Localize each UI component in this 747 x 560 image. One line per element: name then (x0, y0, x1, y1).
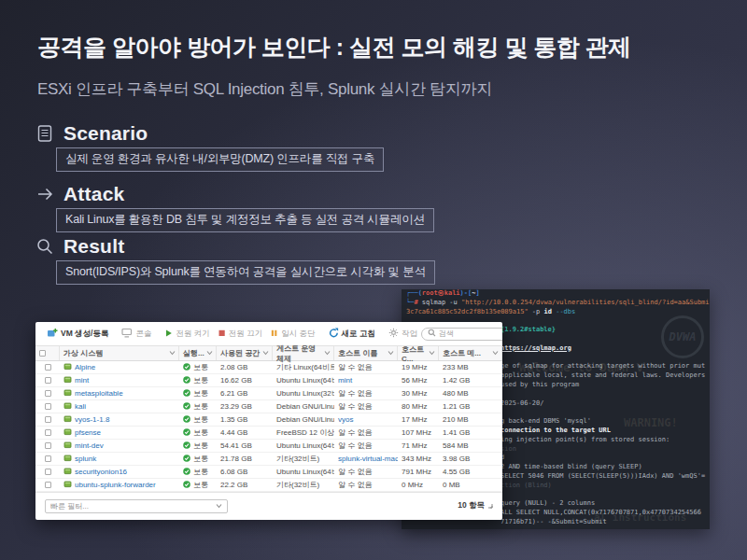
host-mem: 1.42 GB (439, 374, 502, 386)
row-checkbox[interactable] (45, 482, 51, 488)
vm-name-link[interactable]: vyos-1-1.8 (75, 415, 109, 424)
host-cpu: 30 MHz (398, 387, 439, 399)
host-mem: 4.55 GB (439, 466, 502, 478)
toolbar-power-off-button[interactable]: 전원 끄기 (218, 329, 262, 340)
host-name-link[interactable]: vyos (334, 413, 398, 426)
status-ok-icon (183, 376, 190, 385)
chevron-down-icon (429, 349, 435, 357)
vm-table-body: Alpine보통2.08 GB기타 Linux(64비트)알 수 없음19 MH… (35, 361, 502, 492)
host-name: 알 수 없음 (334, 387, 398, 399)
column-header-4[interactable]: 호스트 이름 (334, 346, 398, 360)
toolbar-refresh-button[interactable]: 새로 고침 (329, 328, 375, 340)
vm-icon (63, 441, 72, 451)
header-select-all[interactable] (35, 346, 60, 360)
guest-os: Ubuntu Linux(32비... (273, 387, 334, 399)
quick-filter-dropdown[interactable]: 빠른 필터... (45, 499, 228, 513)
vm-toolbar: VM 생성/등록콘솔전원 켜기전원 끄기일시 중단새로 고침작업 (35, 322, 502, 345)
vm-name-link[interactable]: metasploitable (75, 389, 123, 398)
vm-table-row[interactable]: mint-dev보통54.41 GBUbuntu Linux(64비...알 수… (35, 440, 502, 453)
terminal-line: 3c7ca61c885c52dc2f8b135e089a15" -p id --… (402, 308, 710, 317)
vm-name-link[interactable]: mint (75, 376, 89, 385)
item-count: 10 항목 (458, 500, 493, 511)
host-name-link[interactable]: mint (334, 374, 398, 386)
toolbar-suspend-button[interactable]: 일시 중단 (270, 329, 315, 340)
used-space: 54.41 GB (217, 440, 273, 452)
status-ok-icon (183, 389, 190, 399)
terminal-line: ┌──(root㉿kali)-[~] (402, 289, 710, 299)
column-header-5[interactable]: 호스트 C... (398, 346, 439, 360)
power-on-icon (164, 329, 173, 340)
used-space: 2.08 GB (217, 361, 273, 373)
vm-search-input[interactable] (439, 329, 502, 338)
toolbar-console-button[interactable]: 콘솔 (121, 328, 151, 340)
chevron-down-icon (216, 502, 222, 511)
vm-name-link[interactable]: splunk (75, 455, 96, 463)
vm-table-row[interactable]: ubuntu-splunk-forwarder보통22.2 GB기타(32비트)… (35, 479, 502, 492)
toolbar-vm-add-button[interactable]: VM 생성/등록 (47, 328, 108, 340)
vm-table-row[interactable]: Alpine보통2.08 GB기타 Linux(64비트)알 수 없음19 MH… (35, 361, 502, 374)
row-checkbox[interactable] (45, 403, 51, 410)
vm-name-link[interactable]: ubuntu-splunk-forwarder (75, 481, 156, 489)
section-heading: Scenario (63, 122, 148, 145)
vm-icon (63, 454, 72, 464)
host-cpu: 19 MHz (398, 361, 439, 373)
vm-icon (63, 414, 72, 425)
vm-name-link[interactable]: securityonion16 (75, 468, 127, 476)
toolbar-label: VM 생성/등록 (61, 329, 108, 340)
column-header-1[interactable]: 실행... (179, 346, 217, 360)
vm-icon (63, 467, 72, 477)
column-label: 호스트 C... (402, 344, 429, 363)
row-checkbox[interactable] (45, 455, 51, 462)
row-checkbox[interactable] (45, 429, 51, 436)
guest-os: Ubuntu Linux(64비... (273, 466, 334, 478)
host-cpu: 71 MHz (398, 440, 439, 452)
toolbar-label: 전원 켜기 (176, 329, 209, 340)
used-space: 1.35 GB (217, 413, 273, 426)
vm-table-row[interactable]: vyos-1-1.8보통1.35 GBDebian GNU/Linux...vy… (35, 413, 502, 427)
vm-table-row[interactable]: mint보통16.62 GBUbuntu Linux(64비...mint56 … (35, 374, 502, 387)
column-header-2[interactable]: 사용된 공간 (217, 346, 273, 360)
host-name-link[interactable]: splunk-virtual-mac... (334, 453, 398, 465)
row-checkbox[interactable] (45, 390, 51, 397)
guest-os: 기타 Linux(64비트) (273, 361, 334, 373)
toolbar-power-on-button[interactable]: 전원 켜기 (164, 329, 209, 340)
row-checkbox[interactable] (45, 469, 51, 475)
vm-name-link[interactable]: Alpine (75, 363, 95, 371)
column-header-0[interactable]: 가상 시스템 (60, 346, 179, 360)
host-cpu: 80 MHz (398, 400, 439, 413)
vm-table-row[interactable]: pfsense보통4.44 GBFreeBSD 12 이상 ...알 수 없음1… (35, 427, 502, 440)
vm-icon (63, 362, 72, 372)
vm-table-row[interactable]: metasploitable보통6.21 GBUbuntu Linux(32비.… (35, 387, 502, 400)
column-label: 사용된 공간 (220, 348, 260, 358)
row-checkbox[interactable] (45, 416, 51, 423)
vm-name-link[interactable]: pfsense (75, 428, 101, 437)
row-checkbox[interactable] (45, 377, 51, 384)
status-label: 보통 (193, 441, 208, 451)
vm-name-link[interactable]: mint-dev (75, 441, 104, 450)
guest-os: Ubuntu Linux(64비... (273, 374, 334, 386)
section-heading: Result (63, 235, 124, 258)
host-mem: 210 MB (439, 413, 502, 426)
column-header-6[interactable]: 호스트 메... (439, 346, 502, 360)
select-all-checkbox[interactable] (39, 350, 46, 357)
status-label: 보통 (193, 454, 208, 464)
vm-icon (63, 388, 72, 399)
host-mem: 233 MB (439, 361, 502, 373)
status-ok-icon (183, 363, 190, 372)
status-label: 보통 (193, 480, 208, 490)
guest-os: Debian GNU/Linux... (273, 413, 334, 426)
vm-table-row[interactable]: splunk보통21.78 GB기타(32비트)splunk-virtual-m… (35, 453, 502, 466)
status-ok-icon (183, 415, 190, 425)
toolbar-actions-button[interactable]: 작업 (388, 328, 417, 340)
vm-table-row[interactable]: kali보통23.29 GBDebian GNU/Linux...알 수 없음8… (35, 400, 502, 413)
chevron-down-icon (206, 349, 213, 357)
vm-table-row[interactable]: securityonion16보통6.08 GBUbuntu Linux(64비… (35, 466, 502, 479)
row-checkbox[interactable] (45, 364, 51, 371)
row-checkbox[interactable] (45, 442, 51, 449)
column-header-3[interactable]: 게스트 운영 체제 (273, 346, 334, 360)
status-ok-icon (183, 481, 190, 490)
host-name: 알 수 없음 (334, 427, 398, 439)
vm-name-link[interactable]: kali (75, 402, 86, 411)
vm-search-box[interactable] (421, 328, 502, 341)
host-mem: 0 MB (439, 479, 502, 491)
